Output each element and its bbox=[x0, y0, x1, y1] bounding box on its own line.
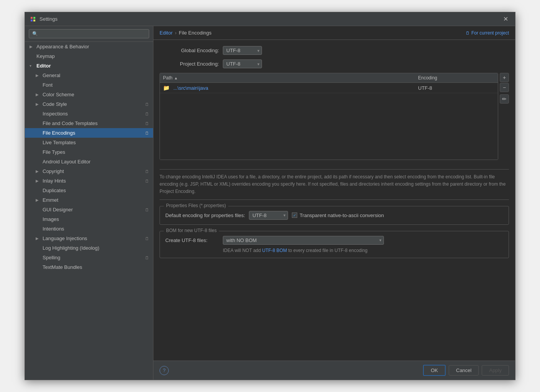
sidebar-item-file-encodings[interactable]: File Encodings 🗒 bbox=[25, 128, 153, 138]
breadcrumb-separator: › bbox=[175, 30, 176, 36]
project-link-icon: 🗒 bbox=[466, 31, 470, 35]
properties-encoding-select[interactable]: UTF-8 UTF-16 ISO-8859-1 bbox=[249, 211, 288, 220]
encoding-table: Path ▲ Encoding 📁 ...\src\main\java bbox=[160, 73, 498, 160]
table-row[interactable]: 📁 ...\src\main\java UTF-8 bbox=[160, 83, 498, 93]
sidebar-item-general[interactable]: ▶ General bbox=[25, 71, 153, 80]
scope-indicator: 🗒 bbox=[145, 131, 149, 135]
project-link-label: For current project bbox=[471, 30, 509, 36]
sidebar-label: TextMate Bundles bbox=[43, 264, 82, 270]
sidebar-item-font[interactable]: Font bbox=[25, 80, 153, 90]
table-header: Path ▲ Encoding bbox=[160, 73, 498, 83]
sidebar-label: File Types bbox=[43, 149, 65, 155]
svg-rect-0 bbox=[31, 17, 33, 19]
sidebar-item-live-templates[interactable]: Live Templates bbox=[25, 138, 153, 147]
app-icon bbox=[30, 16, 36, 23]
sidebar-item-duplicates[interactable]: Duplicates bbox=[25, 186, 153, 195]
sidebar-item-inspections[interactable]: Inspections 🗒 bbox=[25, 109, 153, 119]
scope-indicator: 🗒 bbox=[145, 236, 149, 241]
main-content: ▶ Appearance & Behavior Keymap ▾ Editor … bbox=[25, 26, 515, 380]
nav-tree: ▶ Appearance & Behavior Keymap ▾ Editor … bbox=[25, 42, 153, 380]
svg-rect-3 bbox=[33, 20, 35, 21]
breadcrumb-current: File Encodings bbox=[179, 30, 211, 36]
sidebar-item-spelling[interactable]: Spelling 🗒 bbox=[25, 253, 153, 262]
sidebar-label: Language Injections bbox=[43, 236, 87, 241]
global-encoding-label: Global Encoding: bbox=[160, 48, 219, 53]
sidebar-item-intentions[interactable]: Intentions bbox=[25, 224, 153, 234]
edit-row-button[interactable]: ✏ bbox=[500, 94, 509, 104]
sidebar-item-log-highlighting[interactable]: Log Highlighting (Ideolog) bbox=[25, 243, 153, 253]
sidebar-label: Color Scheme bbox=[43, 92, 74, 97]
right-panel: Editor › File Encodings 🗒 For current pr… bbox=[153, 26, 515, 380]
transparent-checkbox[interactable]: ✓ bbox=[292, 212, 297, 218]
project-encoding-select[interactable]: UTF-8 UTF-16 ISO-8859-1 bbox=[223, 59, 262, 68]
col-encoding-header: Encoding bbox=[418, 75, 495, 81]
sidebar-label: Live Templates bbox=[43, 140, 76, 145]
sidebar-item-file-code-templates[interactable]: File and Code Templates 🗒 bbox=[25, 119, 153, 128]
project-encoding-row: Project Encoding: UTF-8 UTF-16 ISO-8859-… bbox=[160, 59, 509, 68]
info-text: To change encoding IntelliJ IDEA uses fo… bbox=[160, 169, 509, 200]
sort-icon: ▲ bbox=[174, 76, 178, 80]
sidebar-item-inlay-hints[interactable]: ▶ Inlay Hints 🗒 bbox=[25, 176, 153, 186]
arrow-icon: ▶ bbox=[36, 179, 41, 183]
bom-select-wrapper: with NO BOM with BOM with BOM if UTF-8 f… bbox=[223, 236, 384, 245]
properties-encoding-select-wrapper: UTF-8 UTF-16 ISO-8859-1 bbox=[249, 211, 288, 220]
close-button[interactable]: ✕ bbox=[501, 15, 510, 23]
encoding-table-wrapper: Path ▲ Encoding 📁 ...\src\main\java bbox=[160, 73, 498, 165]
sidebar-item-images[interactable]: Images bbox=[25, 214, 153, 224]
sidebar-item-language-injections[interactable]: ▶ Language Injections 🗒 bbox=[25, 234, 153, 243]
ok-button[interactable]: OK bbox=[423, 365, 446, 376]
project-encoding-label: Project Encoding: bbox=[160, 61, 219, 67]
remove-row-button[interactable]: − bbox=[500, 83, 509, 92]
arrow-icon: ▶ bbox=[30, 44, 35, 49]
sidebar-item-copyright[interactable]: ▶ Copyright 🗒 bbox=[25, 166, 153, 176]
panel-body: Global Encoding: UTF-8 UTF-16 ISO-8859-1… bbox=[153, 40, 515, 361]
path-header-label: Path bbox=[163, 75, 173, 81]
search-bar bbox=[25, 26, 153, 42]
sidebar-label: Spelling bbox=[43, 255, 60, 260]
scope-indicator: 🗒 bbox=[145, 169, 149, 174]
for-project-link[interactable]: 🗒 For current project bbox=[466, 30, 509, 36]
table-side-buttons: + − ✏ bbox=[500, 73, 509, 165]
global-encoding-row: Global Encoding: UTF-8 UTF-16 ISO-8859-1 bbox=[160, 46, 509, 55]
arrow-icon: ▶ bbox=[36, 169, 41, 173]
sidebar-item-color-scheme[interactable]: ▶ Color Scheme bbox=[25, 90, 153, 99]
sidebar-label: Log Highlighting (Ideolog) bbox=[43, 245, 99, 251]
sidebar-item-keymap[interactable]: Keymap bbox=[25, 51, 153, 61]
sidebar-item-android-layout-editor[interactable]: Android Layout Editor bbox=[25, 157, 153, 166]
scope-indicator: 🗒 bbox=[145, 112, 149, 116]
global-encoding-select[interactable]: UTF-8 UTF-16 ISO-8859-1 bbox=[223, 46, 262, 55]
breadcrumb-parent[interactable]: Editor bbox=[160, 30, 173, 36]
properties-row: Default encoding for properties files: U… bbox=[165, 211, 503, 220]
arrow-icon: ▶ bbox=[36, 92, 41, 97]
bom-note: IDEA will NOT add UTF-8 BOM to every cre… bbox=[165, 248, 503, 253]
sidebar-item-textmate[interactable]: TextMate Bundles bbox=[25, 262, 153, 272]
bom-select[interactable]: with NO BOM with BOM with BOM if UTF-8 f… bbox=[223, 236, 384, 245]
add-row-button[interactable]: + bbox=[500, 73, 509, 82]
sidebar-item-editor[interactable]: ▾ Editor bbox=[25, 61, 153, 71]
arrow-icon: ▶ bbox=[36, 73, 41, 77]
help-button[interactable]: ? bbox=[160, 366, 169, 375]
checkbox-row: ✓ Transparent native-to-ascii conversion bbox=[292, 212, 384, 218]
sidebar-item-code-style[interactable]: ▶ Code Style 🗒 bbox=[25, 99, 153, 109]
settings-dialog: Settings ✕ ▶ Appearance & Behavior Keyma… bbox=[25, 12, 515, 380]
sidebar-label: File and Code Templates bbox=[43, 120, 98, 126]
bom-link[interactable]: UTF-8 BOM bbox=[262, 248, 287, 253]
bom-create-label: Create UTF-8 files: bbox=[165, 237, 219, 243]
cancel-button[interactable]: Cancel bbox=[449, 365, 479, 376]
sidebar-item-file-types[interactable]: File Types bbox=[25, 147, 153, 157]
scope-indicator: 🗒 bbox=[145, 121, 149, 126]
sidebar-label: Code Style bbox=[43, 101, 67, 107]
properties-section: Properties Files (*.properties) Default … bbox=[160, 206, 509, 225]
sidebar-label: Font bbox=[43, 82, 53, 88]
bom-note-end: to every created file in UTF-8 encoding bbox=[287, 248, 367, 253]
properties-section-title: Properties Files (*.properties) bbox=[164, 203, 228, 208]
checkbox-label: Transparent native-to-ascii conversion bbox=[300, 212, 384, 218]
search-input[interactable] bbox=[29, 29, 149, 38]
arrow-icon: ▾ bbox=[30, 64, 35, 68]
sidebar-label: Android Layout Editor bbox=[43, 159, 91, 165]
sidebar-item-appearance[interactable]: ▶ Appearance & Behavior bbox=[25, 42, 153, 51]
sidebar: ▶ Appearance & Behavior Keymap ▾ Editor … bbox=[25, 26, 153, 380]
sidebar-item-gui-designer[interactable]: GUI Designer 🗒 bbox=[25, 205, 153, 214]
sidebar-item-emmet[interactable]: ▶ Emmet bbox=[25, 195, 153, 205]
apply-button[interactable]: Apply bbox=[482, 365, 509, 376]
